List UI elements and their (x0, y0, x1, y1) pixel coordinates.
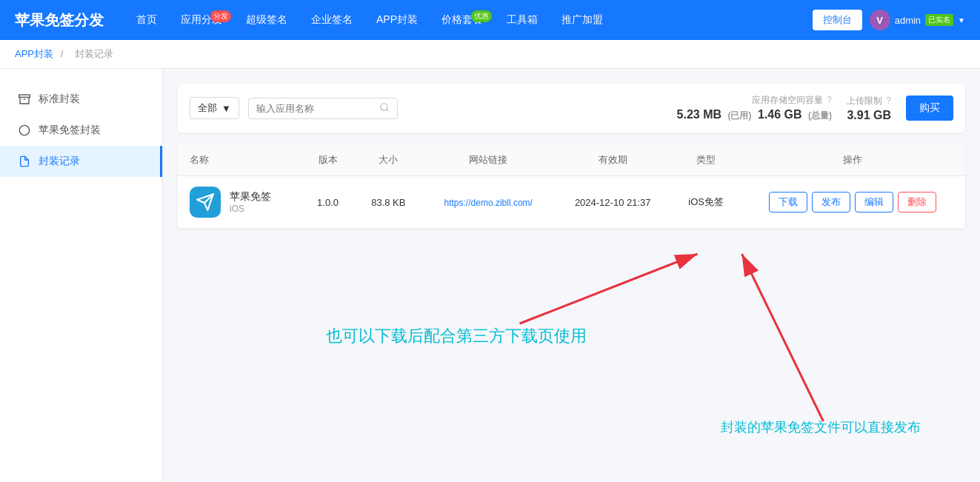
sidebar: 标准封装 苹果免签封装 封装记录 (0, 69, 163, 482)
user-menu[interactable]: V admin 已实名 ▼ (870, 10, 965, 30)
sidebar-item-standard-pack[interactable]: 标准封装 (0, 84, 162, 115)
col-name: 名称 (178, 144, 301, 176)
col-type: 类型 (671, 144, 741, 176)
control-panel-button[interactable]: 控制台 (813, 10, 862, 30)
col-size: 大小 (354, 144, 422, 176)
annotation-text-download: 也可以下载后配合第三方下载页使用 (326, 325, 587, 347)
main-content: 全部 ▼ 应用存储空间容量 ? (163, 69, 980, 482)
annotation-area: 也可以下载后配合第三方下载页使用 封装的苹果免签文件可以直接发布 (178, 244, 965, 451)
table-header-row: 名称 版本 大小 网站链接 有效期 类型 操作 (178, 144, 965, 176)
edit-button[interactable]: 编辑 (855, 192, 893, 212)
publish-button[interactable]: 发布 (812, 192, 850, 212)
nav-enterprise-sign[interactable]: 企业签名 (301, 9, 363, 31)
nav-badge-pricing: 优惠 (471, 10, 492, 22)
nav-super-sign[interactable]: 超级签名 (236, 9, 298, 31)
buy-button[interactable]: 购买 (906, 96, 953, 121)
col-expire: 有效期 (554, 144, 671, 176)
record-icon (18, 155, 31, 168)
sidebar-item-apple-pack[interactable]: 苹果免签封装 (0, 115, 162, 146)
nav-badge-dist: 分发 (210, 10, 231, 22)
nav-pricing[interactable]: 价格套餐 优惠 (431, 9, 493, 31)
cell-version: 1.0.0 (301, 176, 355, 229)
help-icon-2: ? (886, 96, 891, 106)
storage-used-block: 应用存储空间容量 ? 5.23 MB (已用) 1.46 GB (总量) (677, 94, 832, 122)
box-icon (18, 93, 31, 106)
annotation-text-publish: 封装的苹果免签文件可以直接发布 (721, 418, 921, 436)
svg-line-6 (520, 254, 698, 324)
records-table: 名称 版本 大小 网站链接 有效期 类型 操作 (178, 144, 965, 229)
cell-expire: 2024-12-10 21:37 (554, 176, 671, 229)
breadcrumb: APP封装 / 封装记录 (0, 40, 980, 69)
nav-home[interactable]: 首页 (126, 9, 167, 31)
verified-badge: 已实名 (925, 14, 953, 26)
cell-size: 83.8 KB (354, 176, 422, 229)
search-wrapper (248, 98, 398, 119)
app-name: 苹果免签 (230, 190, 271, 204)
cell-name: 苹果免签 iOS (178, 176, 301, 229)
sidebar-label-record: 封装记录 (39, 155, 80, 168)
sidebar-item-pack-record[interactable]: 封装记录 (0, 146, 162, 177)
apple-icon (18, 124, 31, 137)
cell-actions: 下载 发布 编辑 删除 (741, 176, 965, 229)
chevron-down-icon: ▼ (958, 16, 965, 24)
col-link: 网站链接 (422, 144, 554, 176)
download-button[interactable]: 下载 (769, 192, 807, 212)
search-input[interactable] (256, 103, 375, 114)
col-actions: 操作 (741, 144, 965, 176)
help-icon: ? (827, 95, 832, 105)
breadcrumb-app-pack[interactable]: APP封装 (15, 48, 53, 59)
nav-app-dist[interactable]: 应用分发 分发 (170, 9, 233, 31)
breadcrumb-separator: / (61, 48, 66, 59)
username: admin (895, 15, 921, 26)
search-icon[interactable] (379, 102, 390, 115)
upload-limit-value: 3.91 GB (847, 109, 891, 122)
svg-rect-0 (19, 95, 30, 97)
app-link[interactable]: https://demo.zibll.com/ (444, 198, 533, 208)
site-logo: 苹果免签分发 (15, 10, 104, 30)
storage-used-label: 应用存储空间容量 ? (752, 94, 832, 107)
svg-line-7 (742, 254, 824, 421)
upload-limit-block: 上传限制 ? 3.91 GB (847, 95, 891, 122)
nav-toolbox[interactable]: 工具箱 (496, 9, 548, 31)
svg-line-3 (387, 109, 389, 111)
sidebar-label-apple: 苹果免签封装 (39, 124, 101, 137)
main-layout: 标准封装 苹果免签封装 封装记录 全部 ▼ (0, 69, 980, 482)
table-row: 苹果免签 iOS 1.0.0 83.8 KB https://demo.zibl… (178, 176, 965, 229)
sidebar-label-standard: 标准封装 (39, 93, 80, 106)
nav-affiliate[interactable]: 推广加盟 (551, 9, 613, 31)
col-version: 版本 (301, 144, 355, 176)
toolbar: 全部 ▼ 应用存储空间容量 ? (178, 84, 965, 133)
header-right: 控制台 V admin 已实名 ▼ (813, 10, 965, 30)
upload-limit-label: 上传限制 ? (847, 95, 891, 107)
avatar: V (870, 10, 890, 30)
chevron-down-icon: ▼ (221, 103, 231, 114)
filter-value: 全部 (198, 101, 217, 115)
filter-select[interactable]: 全部 ▼ (190, 97, 239, 119)
main-nav: 首页 应用分发 分发 超级签名 企业签名 APP封装 价格套餐 优惠 工具箱 推… (126, 9, 805, 31)
cell-link: https://demo.zibll.com/ (422, 176, 554, 229)
cell-type: iOS免签 (671, 176, 741, 229)
storage-info: 应用存储空间容量 ? 5.23 MB (已用) 1.46 GB (总量) 上传限… (677, 94, 953, 122)
nav-app-pack[interactable]: APP封装 (366, 9, 428, 31)
storage-used-value: 5.23 MB (已用) 1.46 GB (总量) (677, 108, 832, 122)
app-platform: iOS (230, 204, 271, 214)
breadcrumb-current: 封装记录 (75, 48, 113, 59)
delete-button[interactable]: 删除 (898, 192, 936, 212)
svg-point-2 (381, 103, 387, 110)
header: 苹果免签分发 首页 应用分发 分发 超级签名 企业签名 APP封装 价格套餐 优… (0, 0, 980, 40)
app-icon (190, 187, 221, 218)
